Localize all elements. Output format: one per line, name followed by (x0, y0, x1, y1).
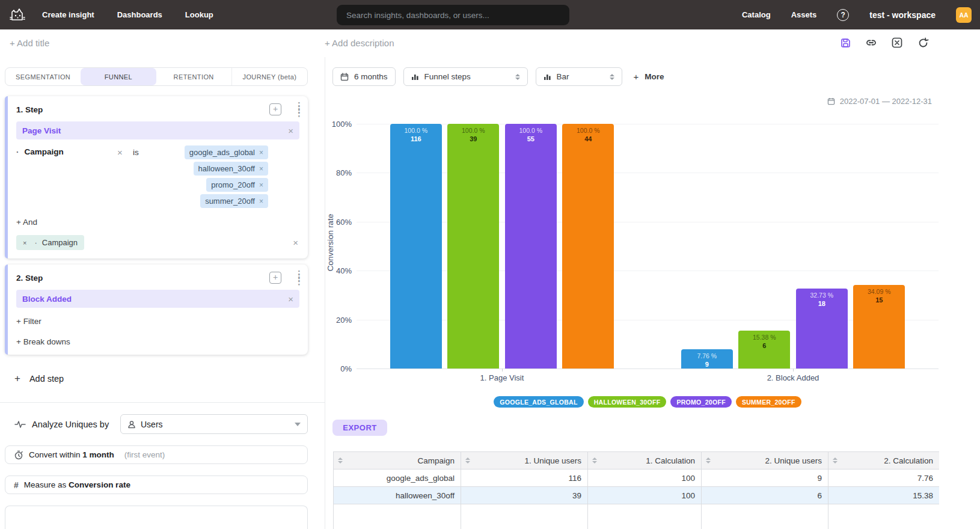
insight-actions (839, 37, 929, 49)
duplicate-step-icon[interactable]: + (269, 272, 281, 284)
add-title-field[interactable]: + Add title (10, 38, 49, 48)
y-tick: 100% (316, 120, 352, 129)
table-cell: 15.38 (828, 487, 940, 504)
funnel-bar-promo_20off[interactable]: 32.73 %18 (796, 289, 848, 368)
save-icon[interactable] (839, 37, 851, 49)
bar-percent-label: 15.38 % (738, 334, 790, 341)
table-cell: halloween_30off (334, 487, 461, 504)
remove-chip-icon[interactable]: × (259, 148, 263, 157)
funnel-bar-summer_20off[interactable]: 100.0 %44 (562, 124, 614, 368)
legend-pill-promo_20off[interactable]: PROMO_20OFF (670, 396, 731, 408)
export-button[interactable]: EXPORT (332, 420, 387, 436)
more-button[interactable]: + More (634, 72, 664, 82)
step-1-event[interactable]: Page Visit × (16, 121, 299, 139)
table-row[interactable]: halloween_30off39100615.38 (334, 487, 940, 504)
clipped-option-box[interactable] (5, 506, 308, 529)
funnel-bar-promo_20off[interactable]: 100.0 %55 (505, 124, 557, 368)
legend-pill-summer_20off[interactable]: SUMMER_20OFF (736, 396, 801, 408)
tab-segmentation[interactable]: SEGMENTATION (5, 68, 81, 85)
filter-operator[interactable]: is (133, 148, 139, 157)
filter-value-chip[interactable]: promo_20off× (206, 178, 268, 192)
plot-area: Conversion rate 100% 80% 60% 40% 20% 0% … (357, 124, 939, 368)
tab-funnel[interactable]: FUNNEL (81, 68, 156, 85)
step-2-event[interactable]: Block Added × (16, 290, 299, 308)
table-column-header[interactable]: 1. Calculation (588, 452, 702, 469)
remove-chip-icon[interactable]: × (259, 165, 263, 173)
nav-dashboards[interactable]: Dashboards (117, 10, 162, 19)
add-description-field[interactable]: + Add description (325, 38, 394, 48)
copy-link-icon[interactable] (865, 37, 877, 49)
nav-catalog[interactable]: Catalog (742, 10, 771, 19)
app-logo-cat-icon[interactable] (8, 6, 26, 24)
filter-value-chip[interactable]: google_ads_global× (185, 145, 268, 159)
funnel-step-1-card: 1. Step + ⋮⋮⋮ Page Visit × ·Campaign × i… (5, 96, 308, 258)
calendar-icon (340, 73, 349, 81)
chevron-down-icon (295, 423, 301, 426)
conversion-window-box[interactable]: Convert within 1 month (first event) (5, 445, 308, 464)
avatar[interactable]: AA (956, 7, 972, 23)
filter-value-chip[interactable]: halloween_30off× (194, 162, 268, 176)
funnel-bar-halloween_30off[interactable]: 100.0 %39 (447, 124, 499, 368)
help-icon[interactable]: ? (837, 9, 849, 21)
add-step-button[interactable]: + Add step (14, 373, 64, 385)
funnel-bar-google_ads_global[interactable]: 7.76 %9 (681, 349, 733, 368)
remove-filter-icon[interactable]: × (117, 148, 126, 157)
bar-count-label: 6 (738, 342, 790, 349)
x-tick (793, 368, 794, 372)
bar-percent-label: 100.0 % (447, 127, 499, 134)
table-cell: 100 (588, 469, 702, 487)
tab-retention[interactable]: RETENTION (156, 68, 231, 85)
clear-breakdown-icon[interactable]: × (293, 238, 298, 247)
add-filter-link[interactable]: + Filter (16, 317, 41, 326)
legend-pill-google_ads_global[interactable]: GOOGLE_ADS_GLOBAL (494, 396, 583, 408)
date-range-display[interactable]: 2022-07-01 — 2022-12-31 (827, 97, 932, 106)
table-column-header[interactable]: 2. Unique users (702, 452, 828, 469)
topbar-left: Create insight Dashboards Lookup (0, 6, 236, 24)
step-menu-icon[interactable]: ⋮⋮⋮ (295, 272, 299, 283)
table-column-header[interactable]: 2. Calculation (828, 452, 940, 469)
step-menu-icon[interactable]: ⋮⋮⋮ (295, 104, 299, 115)
metric-select[interactable]: Funnel steps (403, 67, 528, 86)
analyze-entity-select[interactable]: Users (120, 414, 308, 434)
search-input[interactable] (337, 5, 569, 25)
table-column-header[interactable]: 1. Unique users (461, 452, 588, 469)
funnel-bar-summer_20off[interactable]: 34.09 %15 (853, 285, 905, 368)
remove-chip-icon[interactable]: × (259, 197, 263, 206)
legend-pill-halloween_30off[interactable]: HALLOWEEN_30OFF (588, 396, 667, 408)
breakdown-chip[interactable]: ×·Campaign (16, 235, 84, 250)
remove-chip-icon[interactable]: × (259, 181, 263, 189)
remove-event-icon[interactable]: × (288, 295, 293, 304)
measure-as-box[interactable]: # Measure as Conversion rate (5, 475, 308, 494)
workspace-name[interactable]: test - workspace (869, 10, 936, 20)
chart-type-select[interactable]: Bar (536, 67, 622, 86)
y-tick: 80% (316, 168, 352, 177)
stopwatch-icon (14, 450, 23, 460)
y-tick: 0% (316, 364, 352, 373)
add-breakdowns-link[interactable]: + Break downs (16, 337, 70, 346)
refresh-icon[interactable] (917, 37, 929, 49)
clear-close-icon[interactable] (891, 37, 903, 49)
bar-count-label: 116 (390, 135, 442, 142)
add-and-filter-link[interactable]: + And (16, 218, 37, 227)
table-column-header[interactable]: Campaign (334, 452, 461, 469)
tab-journey[interactable]: JOURNEY (beta) (231, 68, 307, 85)
nav-lookup[interactable]: Lookup (185, 10, 213, 19)
funnel-bar-google_ads_global[interactable]: 100.0 %116 (390, 124, 442, 368)
sort-icon (706, 457, 711, 463)
time-range-button[interactable]: 6 months (332, 67, 396, 86)
funnel-bar-halloween_30off[interactable]: 15.38 %6 (738, 331, 790, 368)
filter-value-chip[interactable]: summer_20off× (200, 194, 268, 208)
table-row[interactable]: google_ads_global11610097.76 (334, 469, 940, 487)
analyze-label: Analyze Uniques by (32, 420, 109, 429)
filter-property[interactable]: ·Campaign (16, 147, 117, 156)
nav-create-insight[interactable]: Create insight (42, 10, 94, 19)
remove-breakdown-icon[interactable]: × (23, 239, 26, 246)
remove-event-icon[interactable]: × (288, 126, 293, 135)
plus-icon: + (634, 72, 639, 82)
step-accent-stripe (5, 96, 8, 258)
sort-icon (465, 457, 470, 463)
table-cell: 7.76 (828, 469, 940, 487)
calendar-icon (827, 97, 835, 105)
nav-assets[interactable]: Assets (791, 10, 817, 19)
duplicate-step-icon[interactable]: + (269, 103, 281, 115)
